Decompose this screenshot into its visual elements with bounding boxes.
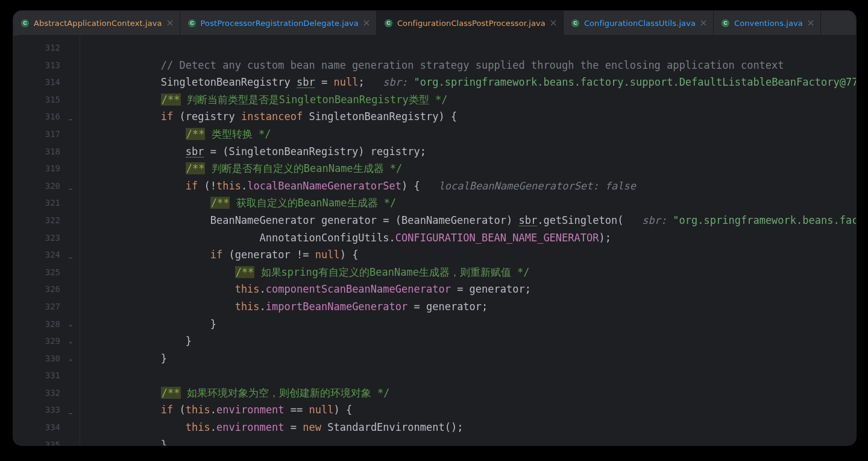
line-number: 312 (13, 39, 80, 57)
tab-3[interactable]: CConfigurationClassUtils.java (564, 11, 714, 35)
line-number: 323 (13, 229, 80, 247)
code-line[interactable]: /** 判断当前类型是否是SingletonBeanRegistry类型 */ (87, 91, 856, 109)
code-line[interactable]: this.environment = new StandardEnvironme… (87, 419, 856, 436)
gutter-separator (80, 36, 80, 445)
fold-icon[interactable]: − (66, 181, 75, 199)
line-number: 326 (13, 281, 80, 298)
tab-0[interactable]: CAbstractApplicationContext.java (13, 11, 180, 35)
line-number: 315 (13, 91, 80, 109)
tab-label: ConfigurationClassPostProcessor.java (397, 19, 546, 28)
svg-text:C: C (724, 20, 728, 26)
code-line[interactable]: } (87, 350, 856, 367)
code-line[interactable]: /** 类型转换 */ (87, 126, 856, 143)
line-number: 313 (13, 57, 80, 74)
code-line[interactable] (87, 39, 856, 57)
code-area[interactable]: // Detect any custom bean name generatio… (80, 36, 856, 445)
svg-text:C: C (573, 20, 577, 26)
code-line[interactable]: if (this.environment == null) { (87, 401, 856, 419)
editor-window: CAbstractApplicationContext.javaCPostPro… (13, 11, 856, 445)
svg-text:C: C (190, 20, 193, 26)
fold-icon[interactable]: − (66, 112, 75, 129)
code-line[interactable]: SingletonBeanRegistry sbr = null; sbr: "… (87, 74, 856, 91)
fold-icon[interactable]: ⌃ (66, 319, 75, 337)
code-line[interactable]: // Detect any custom bean name generatio… (87, 57, 856, 74)
code-line[interactable]: /** 获取自定义的BeanName生成器 */ (87, 194, 856, 212)
line-number: 322 (13, 212, 80, 229)
code-line[interactable]: this.importBeanNameGenerator = generator… (87, 298, 856, 316)
tab-1[interactable]: CPostProcessorRegistrationDelegate.java (180, 11, 377, 35)
code-line[interactable] (87, 367, 856, 384)
tab-label: ConfigurationClassUtils.java (584, 19, 696, 28)
java-class-icon: C (721, 19, 730, 28)
code-line[interactable]: if (generator != null) { (87, 246, 856, 264)
code-line[interactable]: } (87, 316, 856, 333)
java-class-icon: C (20, 19, 30, 28)
close-icon[interactable] (363, 19, 370, 27)
code-line[interactable]: } (87, 332, 856, 350)
close-icon[interactable] (807, 19, 814, 27)
tab-bar: CAbstractApplicationContext.javaCPostPro… (13, 11, 856, 36)
close-icon[interactable] (700, 19, 707, 27)
line-number: 319 (13, 160, 80, 177)
code-editor[interactable]: 312313314315316−317318319320−32132232332… (13, 36, 856, 445)
tab-4[interactable]: CConventions.java (714, 11, 821, 35)
code-line[interactable]: this.componentScanBeanNameGenerator = ge… (87, 281, 856, 298)
line-number-gutter: 312313314315316−317318319320−32132232332… (13, 36, 80, 445)
fold-icon[interactable]: − (66, 250, 75, 267)
tab-label: PostProcessorRegistrationDelegate.java (201, 19, 359, 28)
close-icon[interactable] (166, 19, 174, 27)
tab-label: Conventions.java (734, 19, 803, 28)
tab-label: AbstractApplicationContext.java (34, 19, 162, 28)
code-line[interactable]: sbr = (SingletonBeanRegistry) registry; (87, 143, 856, 161)
fold-icon[interactable]: − (66, 405, 75, 423)
fold-icon[interactable]: ⌃ (66, 336, 75, 354)
code-line[interactable]: if (registry instanceof SingletonBeanReg… (87, 108, 856, 126)
line-number: 327 (13, 298, 80, 316)
code-line[interactable]: AnnotationConfigUtils.CONFIGURATION_BEAN… (87, 229, 856, 247)
code-line[interactable]: /** 判断是否有自定义的BeanName生成器 */ (87, 160, 856, 177)
line-number: 314 (13, 74, 80, 91)
svg-text:C: C (23, 20, 27, 26)
line-number: 335 (13, 436, 80, 445)
svg-text:C: C (386, 20, 390, 26)
fold-icon[interactable]: ⌃ (66, 354, 75, 371)
line-number: 318 (13, 143, 80, 161)
code-line[interactable]: BeanNameGenerator generator = (BeanNameG… (87, 212, 856, 229)
code-line[interactable]: if (!this.localBeanNameGeneratorSet) { l… (87, 177, 856, 195)
java-class-icon: C (384, 19, 393, 28)
java-class-icon: C (571, 19, 580, 28)
code-line[interactable]: /** 如果环境对象为空，则创建新的环境对象 */ (87, 384, 856, 402)
line-number: 332 (13, 384, 80, 402)
tab-2[interactable]: CConfigurationClassPostProcessor.java (377, 11, 564, 35)
code-line[interactable]: /** 如果spring有自定义的BeanName生成器，则重新赋值 */ (87, 264, 856, 281)
java-class-icon: C (187, 19, 197, 28)
close-icon[interactable] (550, 19, 557, 27)
code-line[interactable]: } (87, 436, 856, 445)
